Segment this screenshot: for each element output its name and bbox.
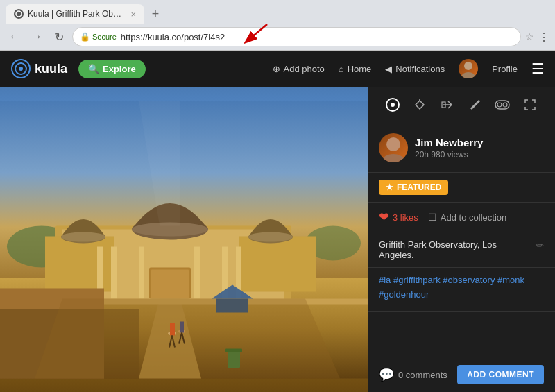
svg-point-20 [248,232,293,242]
description-section: Griffith Park Observatory, Los Angeles. … [368,232,555,268]
tab-bar: Kuula | Griffith Park Obs... × + [0,0,555,24]
toolbar-row [368,87,555,123]
logo-text: kuula [35,62,67,76]
likes-row: ❤ 3 likes ☐ Add to collection [368,203,555,232]
secure-label: Secure [92,33,117,41]
browser-menu-button[interactable]: ⋮ [538,31,549,44]
back-button[interactable]: ← [6,28,24,46]
add-photo-icon: ⊕ [273,64,280,74]
address-bar[interactable]: 🔒 Secure https://kuula.co/post/7l4s2 [72,27,521,46]
svg-point-44 [391,103,395,107]
forward-button[interactable]: → [28,28,46,46]
svg-point-2 [16,11,22,17]
author-avatar[interactable] [379,133,408,162]
view-mode-button[interactable] [382,94,404,116]
svg-rect-23 [139,247,144,299]
app-header: kuula 🔍 Explore ⊕ Add photo ⌂ Home ◀ Not… [0,51,555,87]
fullscreen-button[interactable] [519,94,541,116]
user-info: Jim Newberry 20h 980 views [368,123,555,173]
bookmark-star-button[interactable]: ☆ [525,31,534,42]
user-details: Jim Newberry 20h 980 views [415,137,544,160]
notifications-nav[interactable]: ◀ Notifications [385,64,445,74]
post-meta: 20h 980 views [415,150,544,160]
logo-icon [11,59,31,78]
tags-section: #la #griffithpark #observatory #monk #go… [368,268,555,312]
author-name[interactable]: Jim Newberry [415,137,544,148]
share-button[interactable] [436,94,459,116]
home-icon: ⌂ [339,64,344,74]
description-text: Griffith Park Observatory, Los Angeles. [379,239,531,260]
photo-panel[interactable] [0,87,368,392]
scene-svg [0,87,368,392]
photo-background [0,87,368,392]
tag-button[interactable] [409,94,431,116]
explore-button[interactable]: 🔍 Explore [78,60,146,78]
edit-pencil-button[interactable] [464,94,486,116]
like-button[interactable]: ❤ 3 likes [379,210,418,225]
vr-button[interactable] [491,94,513,116]
profile-nav[interactable]: Profile [492,64,518,74]
featured-badge: ★ FEATURED [379,180,448,195]
browser-chrome: Kuula | Griffith Park Obs... × + ← → ↻ 🔒… [0,0,555,51]
address-bar-row: ← → ↻ 🔒 Secure https://kuula.co/post/7l4… [0,24,555,50]
svg-rect-22 [111,247,117,299]
comments-row: 💬 0 comments ADD COMMENT [368,357,555,392]
notification-icon: ◀ [385,64,392,74]
main-content: Jim Newberry 20h 980 views ★ FEATURED ❤ … [0,87,555,392]
svg-point-6 [461,72,475,78]
comment-bubble-icon: 💬 [379,367,394,382]
svg-point-4 [19,67,23,71]
active-tab[interactable]: Kuula | Griffith Park Obs... × [6,4,144,24]
svg-point-5 [464,62,472,70]
description-edit-icon[interactable]: ✏ [536,240,544,250]
new-tab-button[interactable]: + [147,7,164,22]
svg-point-51 [382,154,404,162]
svg-point-50 [386,137,400,151]
star-icon: ★ [386,182,393,192]
svg-rect-13 [45,237,114,292]
likes-count: 3 likes [393,212,418,223]
svg-point-48 [497,103,502,107]
svg-point-49 [503,103,507,107]
heart-icon: ❤ [379,210,389,225]
header-nav: ⊕ Add photo ⌂ Home ◀ Notifications Profi… [273,59,545,78]
svg-rect-28 [151,270,189,299]
add-photo-nav[interactable]: ⊕ Add photo [273,64,325,74]
tab-title: Kuula | Griffith Park Obs... [28,9,122,19]
svg-point-18 [61,232,105,242]
home-nav[interactable]: ⌂ Home [339,64,372,74]
add-to-collection-button[interactable]: ☐ Add to collection [428,212,506,223]
secure-badge: 🔒 Secure [80,32,117,42]
logo[interactable]: kuula [11,59,67,78]
right-panel: Jim Newberry 20h 980 views ★ FEATURED ❤ … [368,87,555,392]
lock-icon: 🔒 [80,32,90,42]
featured-section: ★ FEATURED [368,173,555,203]
url-text[interactable]: https://kuula.co/post/7l4s2 [121,32,513,42]
hamburger-menu-button[interactable]: ☰ [531,60,544,77]
svg-rect-24 [194,247,200,299]
refresh-button[interactable]: ↻ [50,28,68,46]
avatar [459,59,478,78]
add-comment-button[interactable]: ADD COMMENT [457,365,544,384]
svg-rect-14 [239,237,316,292]
tab-close-btn[interactable]: × [130,9,136,19]
comments-count: 💬 0 comments [379,367,447,382]
comments-count-text: 0 comments [398,370,447,380]
search-icon: 🔍 [88,64,99,74]
tags-text[interactable]: #la #griffithpark #observatory #monk #go… [379,273,544,302]
tab-favicon [14,9,24,19]
bookmark-icon: ☐ [428,212,437,223]
